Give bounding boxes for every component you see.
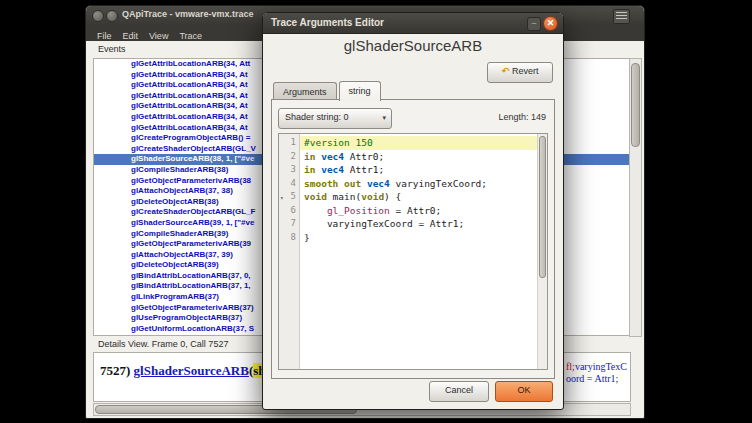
dialog-title: Trace Arguments Editor	[271, 17, 384, 28]
menu-edit[interactable]: Edit	[123, 28, 139, 44]
code-line[interactable]: varyingTexCoord = Attr1;	[300, 217, 537, 231]
chevron-down-icon: ▾	[382, 109, 386, 126]
window-close-button[interactable]	[92, 10, 104, 22]
code-token: varyingTexCoord;	[390, 178, 487, 189]
line-number: 5▾	[279, 190, 299, 204]
dialog-close-button[interactable]: ✕	[543, 16, 558, 31]
cancel-button[interactable]: Cancel	[429, 381, 489, 402]
line-number: 4	[279, 177, 299, 191]
line-number: 2	[279, 150, 299, 164]
code-token: gl_Position	[327, 205, 390, 216]
events-scrollbar-thumb[interactable]	[631, 63, 640, 147]
code-line[interactable]: #version 150	[300, 136, 537, 150]
details-fragment-line: oord = Attr1;	[566, 373, 628, 385]
code-token: smooth out	[304, 178, 367, 189]
window-minimize-button[interactable]	[106, 10, 118, 22]
dialog-heading: glShaderSourceARB	[263, 37, 563, 54]
ok-button[interactable]: OK	[495, 381, 553, 402]
dialog-minimize-button[interactable]: –	[527, 17, 541, 31]
menu-file[interactable]: File	[97, 28, 112, 44]
editor-scrollbar-thumb[interactable]	[539, 136, 546, 278]
code-token: #version 150	[304, 137, 373, 148]
fragment-token: oord = Attr1;	[566, 373, 618, 384]
details-call-line: 7527) glShaderSourceARB(shade	[100, 363, 285, 379]
trace-arguments-editor-dialog: Trace Arguments Editor – ✕ glShaderSourc…	[262, 12, 564, 410]
code-token: void	[304, 191, 333, 202]
revert-arrow-icon: ↶	[501, 66, 509, 76]
details-view-header: Details View. Frame 0, Call 7527	[98, 339, 228, 349]
code-line[interactable]: gl_Position = Attr0;	[300, 204, 537, 218]
code-token	[304, 205, 327, 216]
code-token: main(	[333, 191, 362, 202]
string-tab-pane: Shader string: 0 ▾ Length: 149 12345▾678…	[271, 99, 555, 379]
revert-button[interactable]: ↶Revert	[487, 62, 553, 83]
code-token: vec4	[321, 164, 344, 175]
line-number: 1	[279, 136, 299, 150]
code-token: void	[361, 191, 384, 202]
code-token: = Attr0;	[390, 205, 441, 216]
menu-view[interactable]: View	[149, 28, 168, 44]
line-number: 6	[279, 204, 299, 218]
code-token: Attr1;	[344, 164, 384, 175]
length-label: Length: 149	[498, 112, 546, 122]
revert-button-label: Revert	[512, 66, 539, 76]
code-area[interactable]: #version 150in vec4 Attr0;in vec4 Attr1;…	[300, 134, 537, 369]
screen: QApiTrace - vmware-vmx.trace FileEditVie…	[0, 0, 752, 423]
code-line[interactable]: smooth out vec4 varyingTexCoord;	[300, 177, 537, 191]
code-token: Attr0;	[344, 151, 384, 162]
code-token: varyingTexCoord = Attr1;	[304, 218, 464, 229]
line-number: 8	[279, 231, 299, 245]
events-vertical-scrollbar[interactable]	[629, 58, 642, 337]
dialog-tabs: Argumentsstring	[273, 81, 383, 100]
code-line[interactable]: in vec4 Attr1;	[300, 163, 537, 177]
code-line[interactable]: in vec4 Attr0;	[300, 150, 537, 164]
hamburger-menu-icon[interactable]	[613, 9, 630, 24]
window-title: QApiTrace - vmware-vmx.trace	[122, 9, 254, 19]
line-number-gutter: 12345▾678	[279, 134, 300, 369]
details-fragment-line: fl;varyingTexC	[566, 361, 628, 373]
shader-string-combobox-label: Shader string: 0	[285, 112, 349, 122]
code-token: vec4	[321, 151, 344, 162]
fragment-token: varyingTexC	[575, 361, 627, 372]
menu-trace[interactable]: Trace	[179, 28, 202, 44]
details-source-fragment: fl;varyingTexCoord = Attr1;	[566, 361, 628, 385]
events-panel-header: Events	[98, 44, 126, 54]
code-token: ) {	[384, 191, 401, 202]
code-token: in	[304, 164, 321, 175]
editor-vertical-scrollbar[interactable]	[537, 134, 547, 369]
tab-string[interactable]: string	[339, 81, 381, 101]
code-line[interactable]: }	[300, 231, 537, 245]
dialog-titlebar[interactable]: Trace Arguments Editor – ✕	[263, 13, 563, 34]
code-token: }	[304, 232, 310, 243]
code-token: vec4	[367, 178, 390, 189]
fold-marker-icon[interactable]: ▾	[280, 191, 284, 205]
code-token: in	[304, 151, 321, 162]
line-number: 7	[279, 217, 299, 231]
shader-string-combobox[interactable]: Shader string: 0 ▾	[278, 108, 392, 129]
shader-source-editor[interactable]: 12345▾678 #version 150in vec4 Attr0;in v…	[278, 133, 548, 370]
line-number: 3	[279, 163, 299, 177]
details-call-number: 7527)	[100, 363, 134, 378]
fragment-token: fl;	[566, 361, 575, 372]
code-line[interactable]: void main(void) {	[300, 190, 537, 204]
details-function-link[interactable]: glShaderSourceARB	[134, 363, 249, 378]
